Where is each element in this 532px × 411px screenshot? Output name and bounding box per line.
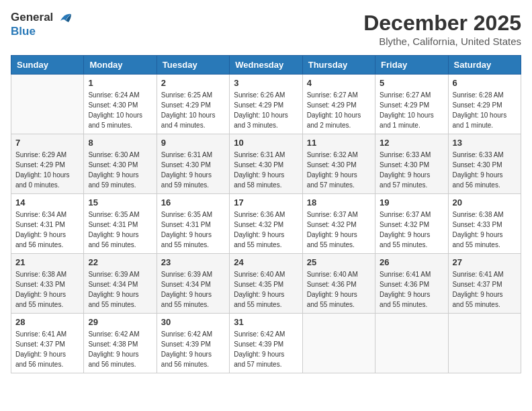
weekday-header: Saturday bbox=[448, 56, 521, 75]
calendar-cell: 28Sunrise: 6:41 AM Sunset: 4:37 PM Dayli… bbox=[11, 314, 84, 373]
day-info: Sunrise: 6:42 AM Sunset: 4:38 PM Dayligh… bbox=[88, 329, 152, 369]
day-info: Sunrise: 6:29 AM Sunset: 4:29 PM Dayligh… bbox=[15, 150, 79, 190]
calendar-cell: 26Sunrise: 6:41 AM Sunset: 4:36 PM Dayli… bbox=[375, 254, 448, 314]
day-info: Sunrise: 6:41 AM Sunset: 4:36 PM Dayligh… bbox=[380, 269, 443, 310]
logo-bird-icon bbox=[58, 11, 73, 25]
weekday-header: Sunday bbox=[11, 56, 84, 75]
calendar-cell: 12Sunrise: 6:33 AM Sunset: 4:30 PM Dayli… bbox=[375, 134, 448, 194]
calendar-cell: 11Sunrise: 6:32 AM Sunset: 4:30 PM Dayli… bbox=[302, 134, 375, 194]
day-info: Sunrise: 6:38 AM Sunset: 4:33 PM Dayligh… bbox=[453, 210, 517, 250]
day-number: 6 bbox=[453, 78, 517, 88]
weekday-header: Friday bbox=[375, 56, 448, 75]
day-info: Sunrise: 6:27 AM Sunset: 4:29 PM Dayligh… bbox=[380, 90, 443, 130]
day-info: Sunrise: 6:37 AM Sunset: 4:32 PM Dayligh… bbox=[380, 210, 443, 250]
day-number: 28 bbox=[15, 317, 79, 327]
day-number: 17 bbox=[234, 197, 298, 208]
calendar-cell: 14Sunrise: 6:34 AM Sunset: 4:31 PM Dayli… bbox=[11, 194, 84, 254]
calendar-cell: 19Sunrise: 6:37 AM Sunset: 4:32 PM Dayli… bbox=[375, 194, 448, 254]
calendar-cell: 17Sunrise: 6:36 AM Sunset: 4:32 PM Dayli… bbox=[230, 194, 302, 254]
day-number: 4 bbox=[307, 78, 371, 88]
calendar-cell: 21Sunrise: 6:38 AM Sunset: 4:33 PM Dayli… bbox=[11, 254, 84, 314]
logo-text: General Blue bbox=[11, 11, 73, 38]
day-info: Sunrise: 6:38 AM Sunset: 4:33 PM Dayligh… bbox=[15, 269, 79, 310]
day-number: 18 bbox=[307, 197, 371, 208]
day-info: Sunrise: 6:33 AM Sunset: 4:30 PM Dayligh… bbox=[380, 150, 443, 190]
day-number: 31 bbox=[234, 317, 298, 327]
title-block: December 2025 Blythe, California, United… bbox=[363, 11, 521, 47]
day-info: Sunrise: 6:26 AM Sunset: 4:29 PM Dayligh… bbox=[234, 90, 298, 130]
day-number: 21 bbox=[15, 257, 79, 267]
calendar-cell: 31Sunrise: 6:42 AM Sunset: 4:39 PM Dayli… bbox=[230, 314, 302, 373]
day-info: Sunrise: 6:33 AM Sunset: 4:30 PM Dayligh… bbox=[453, 150, 517, 190]
calendar-cell bbox=[302, 314, 375, 373]
calendar-cell: 9Sunrise: 6:31 AM Sunset: 4:30 PM Daylig… bbox=[157, 134, 229, 194]
calendar-week-row: 28Sunrise: 6:41 AM Sunset: 4:37 PM Dayli… bbox=[11, 314, 521, 373]
day-number: 25 bbox=[307, 257, 371, 267]
calendar-cell: 24Sunrise: 6:40 AM Sunset: 4:35 PM Dayli… bbox=[230, 254, 302, 314]
calendar-week-row: 21Sunrise: 6:38 AM Sunset: 4:33 PM Dayli… bbox=[11, 254, 521, 314]
day-info: Sunrise: 6:40 AM Sunset: 4:36 PM Dayligh… bbox=[307, 269, 371, 310]
day-info: Sunrise: 6:37 AM Sunset: 4:32 PM Dayligh… bbox=[307, 210, 371, 250]
day-number: 30 bbox=[161, 317, 225, 327]
day-number: 15 bbox=[88, 197, 152, 208]
day-number: 10 bbox=[234, 138, 298, 148]
calendar-cell: 18Sunrise: 6:37 AM Sunset: 4:32 PM Dayli… bbox=[302, 194, 375, 254]
day-number: 1 bbox=[88, 78, 152, 88]
day-number: 11 bbox=[307, 138, 371, 148]
day-info: Sunrise: 6:31 AM Sunset: 4:30 PM Dayligh… bbox=[161, 150, 225, 190]
calendar-cell: 25Sunrise: 6:40 AM Sunset: 4:36 PM Dayli… bbox=[302, 254, 375, 314]
location-title: Blythe, California, United States bbox=[363, 36, 521, 47]
calendar-cell: 5Sunrise: 6:27 AM Sunset: 4:29 PM Daylig… bbox=[375, 75, 448, 134]
weekday-header: Thursday bbox=[302, 56, 375, 75]
calendar-cell: 29Sunrise: 6:42 AM Sunset: 4:38 PM Dayli… bbox=[84, 314, 157, 373]
day-info: Sunrise: 6:36 AM Sunset: 4:32 PM Dayligh… bbox=[234, 210, 298, 250]
day-number: 16 bbox=[161, 197, 225, 208]
calendar-cell: 20Sunrise: 6:38 AM Sunset: 4:33 PM Dayli… bbox=[448, 194, 521, 254]
day-info: Sunrise: 6:35 AM Sunset: 4:31 PM Dayligh… bbox=[88, 210, 152, 250]
calendar-cell: 15Sunrise: 6:35 AM Sunset: 4:31 PM Dayli… bbox=[84, 194, 157, 254]
day-number: 27 bbox=[453, 257, 517, 267]
day-number: 29 bbox=[88, 317, 152, 327]
day-number: 19 bbox=[380, 197, 443, 208]
weekday-header: Monday bbox=[84, 56, 157, 75]
day-info: Sunrise: 6:40 AM Sunset: 4:35 PM Dayligh… bbox=[234, 269, 298, 310]
calendar-cell bbox=[375, 314, 448, 373]
day-info: Sunrise: 6:34 AM Sunset: 4:31 PM Dayligh… bbox=[15, 210, 79, 250]
day-number: 3 bbox=[234, 78, 298, 88]
calendar-week-row: 1Sunrise: 6:24 AM Sunset: 4:30 PM Daylig… bbox=[11, 75, 521, 134]
page-header: General Blue December 2025 Blythe, Calif… bbox=[11, 11, 521, 47]
day-number: 26 bbox=[380, 257, 443, 267]
day-number: 2 bbox=[161, 78, 225, 88]
day-number: 23 bbox=[161, 257, 225, 267]
weekday-header: Tuesday bbox=[157, 56, 229, 75]
day-number: 7 bbox=[15, 138, 79, 148]
day-info: Sunrise: 6:39 AM Sunset: 4:34 PM Dayligh… bbox=[161, 269, 225, 310]
month-title: December 2025 bbox=[363, 11, 521, 36]
day-info: Sunrise: 6:25 AM Sunset: 4:29 PM Dayligh… bbox=[161, 90, 225, 130]
day-info: Sunrise: 6:35 AM Sunset: 4:31 PM Dayligh… bbox=[161, 210, 225, 250]
calendar-week-row: 7Sunrise: 6:29 AM Sunset: 4:29 PM Daylig… bbox=[11, 134, 521, 194]
calendar-cell bbox=[11, 75, 84, 134]
weekday-header-row: SundayMondayTuesdayWednesdayThursdayFrid… bbox=[11, 56, 521, 75]
day-number: 13 bbox=[453, 138, 517, 148]
calendar-cell: 1Sunrise: 6:24 AM Sunset: 4:30 PM Daylig… bbox=[84, 75, 157, 134]
day-info: Sunrise: 6:41 AM Sunset: 4:37 PM Dayligh… bbox=[15, 329, 79, 369]
calendar-cell: 7Sunrise: 6:29 AM Sunset: 4:29 PM Daylig… bbox=[11, 134, 84, 194]
calendar-cell: 10Sunrise: 6:31 AM Sunset: 4:30 PM Dayli… bbox=[230, 134, 302, 194]
day-info: Sunrise: 6:30 AM Sunset: 4:30 PM Dayligh… bbox=[88, 150, 152, 190]
calendar-cell: 27Sunrise: 6:41 AM Sunset: 4:37 PM Dayli… bbox=[448, 254, 521, 314]
day-number: 8 bbox=[88, 138, 152, 148]
logo: General Blue bbox=[11, 11, 73, 38]
day-number: 20 bbox=[453, 197, 517, 208]
day-info: Sunrise: 6:24 AM Sunset: 4:30 PM Dayligh… bbox=[88, 90, 152, 130]
day-number: 12 bbox=[380, 138, 443, 148]
logo-blue-text: Blue bbox=[11, 25, 73, 38]
calendar-cell: 16Sunrise: 6:35 AM Sunset: 4:31 PM Dayli… bbox=[157, 194, 229, 254]
day-info: Sunrise: 6:42 AM Sunset: 4:39 PM Dayligh… bbox=[234, 329, 298, 369]
day-number: 9 bbox=[161, 138, 225, 148]
calendar-cell: 13Sunrise: 6:33 AM Sunset: 4:30 PM Dayli… bbox=[448, 134, 521, 194]
calendar-cell bbox=[448, 314, 521, 373]
calendar-cell: 23Sunrise: 6:39 AM Sunset: 4:34 PM Dayli… bbox=[157, 254, 229, 314]
day-number: 22 bbox=[88, 257, 152, 267]
day-info: Sunrise: 6:32 AM Sunset: 4:30 PM Dayligh… bbox=[307, 150, 371, 190]
